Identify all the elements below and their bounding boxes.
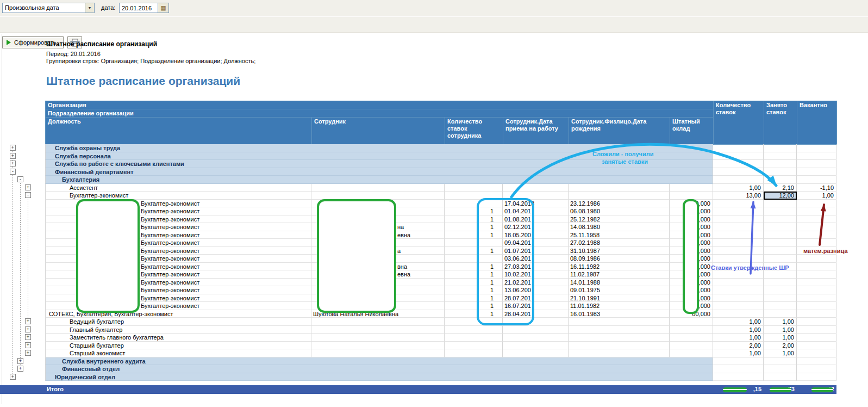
cell-occupied[interactable] [764, 365, 797, 373]
cell-position[interactable]: Заместитель главного бухгалтера [45, 334, 311, 342]
cell-empty[interactable] [670, 318, 713, 326]
cell-occupied[interactable] [764, 302, 797, 310]
cell-occupied[interactable]: 1,00 [764, 334, 797, 342]
tree-expander-minus[interactable]: - [17, 176, 23, 182]
cell-occupied[interactable] [764, 168, 797, 176]
cell-rates[interactable]: 1,00 [713, 349, 764, 357]
cell-occupied[interactable] [764, 294, 797, 303]
tree-expander-plus[interactable]: + [17, 366, 23, 372]
tree-expander-plus[interactable]: + [17, 358, 23, 364]
cell-rates[interactable] [713, 294, 764, 303]
tree-expander-plus[interactable]: + [25, 318, 31, 324]
cell-occupied[interactable] [764, 176, 797, 184]
cell-rates[interactable] [713, 373, 764, 381]
header-occupied[interactable]: Занято ставок [764, 101, 797, 145]
cell-birth-date[interactable]: 14.01.1988 [569, 279, 670, 287]
cell-occupied[interactable] [764, 357, 797, 366]
cell-rates[interactable] [713, 207, 764, 215]
cell-vacant[interactable] [797, 334, 836, 342]
cell-vacant[interactable] [797, 357, 836, 366]
cell-birth-date[interactable]: 23.12.1986 [569, 200, 670, 208]
tree-expander-plus[interactable]: + [10, 374, 16, 380]
cell-occupied[interactable] [764, 310, 797, 318]
cell-rates[interactable] [713, 357, 764, 366]
cell-rates[interactable] [713, 239, 764, 247]
calendar-icon[interactable]: ▦ [158, 3, 169, 13]
header-hire-date[interactable]: Сотрудник.Дата приема на работу [503, 118, 569, 145]
tree-expander-plus[interactable]: + [25, 342, 31, 348]
cell-occupied[interactable]: 1,00 [764, 318, 797, 326]
cell-vacant[interactable] [797, 270, 836, 279]
period-type-value[interactable]: Произвольная дата [3, 3, 85, 13]
cell-occupied-selected[interactable]: 12,00 [764, 192, 797, 200]
cell-vacant[interactable] [797, 279, 836, 287]
cell-rates[interactable] [713, 286, 764, 294]
cell-vacant[interactable] [797, 231, 836, 239]
cell-empty[interactable] [670, 184, 713, 192]
cell-empty[interactable] [311, 318, 445, 326]
date-input[interactable] [119, 3, 158, 13]
cell-vacant[interactable]: 1,00 [797, 192, 836, 200]
cell-birth-date[interactable]: 25.11.1958 [569, 231, 670, 239]
cell-empty[interactable] [569, 318, 670, 326]
cell-occupied[interactable]: 2,10 [764, 184, 797, 192]
cell-empty[interactable] [670, 349, 713, 357]
cell-empty[interactable] [670, 326, 713, 334]
cell-occupied[interactable] [764, 373, 797, 381]
cell-position[interactable]: Главный бухгалтер [45, 326, 311, 334]
cell-vacant[interactable] [797, 168, 836, 176]
cell-position[interactable]: Старший бухгалтер [45, 342, 311, 350]
cell-position[interactable]: Бухгалтер-экономист [45, 192, 311, 200]
cell-empty[interactable] [311, 192, 445, 200]
tree-expander-minus[interactable]: - [10, 169, 16, 175]
cell-empty[interactable] [311, 342, 445, 350]
cell-occupied[interactable] [764, 215, 797, 224]
cell-empty[interactable] [311, 334, 445, 342]
cell-vacant[interactable] [797, 200, 836, 208]
cell-occupied[interactable] [764, 207, 797, 215]
cell-occupied[interactable] [764, 231, 797, 239]
cell-vacant[interactable] [797, 223, 836, 231]
header-vacant[interactable]: Вакантно [797, 101, 837, 145]
header-employee-rate[interactable]: Количество ставок сотрудника [445, 118, 503, 145]
cell-vacant[interactable] [797, 373, 836, 381]
cell-vacant[interactable] [797, 294, 836, 303]
cell-rates[interactable] [713, 279, 764, 287]
cell-birth-date[interactable]: 08.09.1986 [569, 255, 670, 263]
cell-occupied[interactable] [764, 152, 797, 161]
total-label[interactable]: Итого [45, 385, 713, 394]
cell-birth-date[interactable]: 16.11.1982 [569, 263, 670, 271]
cell-group-label[interactable]: Бухгалтерия [45, 176, 713, 184]
tree-expander-plus[interactable]: + [25, 350, 31, 356]
cell-position[interactable]: Ведущий бухгалтер [45, 318, 311, 326]
cell-rates[interactable]: 2,00 [713, 342, 764, 350]
period-type-combobox[interactable]: Произвольная дата ▼ [2, 3, 95, 13]
cell-vacant[interactable] [797, 176, 836, 184]
cell-occupied[interactable]: 2,00 [764, 342, 797, 350]
cell-empty[interactable] [670, 342, 713, 350]
header-organization[interactable]: Организация [46, 101, 714, 109]
tree-expander-plus[interactable]: + [25, 184, 31, 190]
cell-vacant[interactable] [797, 326, 836, 334]
cell-vacant[interactable] [797, 365, 836, 373]
cell-rates[interactable] [713, 231, 764, 239]
tree-expander-plus[interactable]: + [10, 145, 16, 151]
cell-occupied[interactable] [764, 223, 797, 231]
cell-empty[interactable] [569, 334, 670, 342]
cell-occupied[interactable] [764, 144, 797, 152]
chevron-down-icon[interactable]: ▼ [85, 3, 94, 13]
cell-vacant[interactable] [797, 263, 836, 271]
cell-rates[interactable] [713, 302, 764, 310]
cell-empty[interactable] [311, 349, 445, 357]
tree-expander-plus[interactable]: + [25, 326, 31, 332]
cell-group-label[interactable]: Юридический отдел [45, 373, 713, 381]
cell-empty[interactable] [445, 349, 503, 357]
cell-position[interactable]: Старший экономист [45, 349, 311, 357]
tree-expander-plus[interactable]: + [10, 153, 16, 159]
cell-rates[interactable] [713, 270, 764, 279]
cell-vacant[interactable] [797, 215, 836, 224]
cell-empty[interactable] [670, 334, 713, 342]
header-salary[interactable]: Штатный оклад [670, 118, 714, 145]
cell-rates[interactable] [713, 247, 764, 255]
cell-vacant[interactable] [797, 255, 836, 263]
